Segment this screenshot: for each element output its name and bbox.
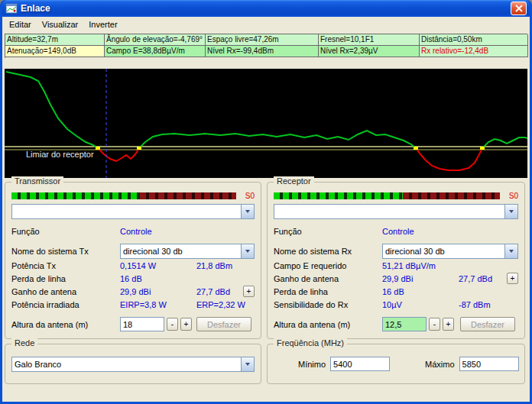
freq-max-input[interactable]: [459, 357, 519, 371]
dropdown-arrow-icon[interactable]: [504, 244, 517, 258]
menu-visualizar[interactable]: Visualizar: [37, 18, 84, 31]
tx-system-value: direcional 30 db: [121, 247, 241, 256]
tx-undo-button[interactable]: Desfazer: [196, 317, 251, 331]
close-button[interactable]: [511, 2, 527, 15]
window-title: Enlace: [21, 3, 50, 14]
info-distance: Distância=0,50km: [420, 34, 528, 46]
rx-antenna-height-input[interactable]: [382, 317, 427, 331]
network-group: Rede Galo Branco: [5, 344, 261, 384]
rx-gain-label: Ganho de antena: [274, 274, 382, 283]
menu-editar[interactable]: Editar: [4, 18, 37, 31]
dropdown-arrow-icon[interactable]: [241, 357, 254, 371]
tx-role-value: Controle: [120, 227, 152, 236]
rx-system-combobox[interactable]: direcional 30 db: [382, 244, 518, 259]
tx-system-combobox[interactable]: direcional 30 db: [120, 244, 255, 259]
menu-inverter[interactable]: Inverter: [83, 18, 122, 31]
rx-required-field-value: 51,21 dBµV/m: [382, 261, 459, 270]
tx-antenna-height-label: Altura da antena (m): [11, 320, 120, 329]
tx-height-plus-button[interactable]: +: [180, 318, 192, 331]
tx-role-label: Função: [11, 227, 120, 236]
tx-radiated-label: Potência irradiada: [11, 300, 120, 309]
rx-gain-plus-button[interactable]: +: [507, 273, 518, 284]
profile-svg: [5, 69, 527, 178]
tx-smeter-label: S0: [242, 192, 255, 200]
rx-system-value: direcional 30 db: [383, 247, 504, 256]
rx-required-field-label: Campo E requerido: [274, 261, 382, 270]
link-info-grid: Altitude=32,7m Ângulo de elevação=-4,769…: [5, 34, 527, 58]
tx-unit-combobox[interactable]: [11, 204, 255, 219]
info-clearance: Espaço livre=47,26m: [206, 34, 319, 46]
tx-gain-dbd: 27,7 dBd: [196, 287, 230, 296]
rx-role-label: Função: [274, 227, 382, 236]
rx-undo-button[interactable]: Desfazer: [460, 317, 515, 331]
rx-line-loss-label: Perda de linha: [274, 287, 382, 296]
tx-line-loss-value: 16 dB: [120, 274, 196, 283]
rx-role-value: Controle: [382, 227, 414, 236]
app-icon: [5, 2, 18, 15]
network-combobox[interactable]: Galo Branco: [11, 357, 255, 372]
rx-smeter-label: S0: [506, 192, 518, 200]
tx-signal-meter: [11, 192, 236, 199]
network-value: Galo Branco: [12, 360, 241, 369]
threshold-label: Limiar do receptor: [26, 150, 94, 159]
info-altitude: Altitude=32,7m: [5, 34, 105, 46]
tx-height-minus-button[interactable]: -: [167, 318, 178, 331]
tx-meter-green: [11, 192, 140, 199]
rx-sensitivity-label: Sensibilidade do Rx: [274, 300, 382, 309]
tx-erp-value: ERP=2,32 W: [196, 300, 245, 309]
rx-gain-dbd: 27,7 dBd: [459, 274, 492, 283]
dropdown-arrow-icon[interactable]: [241, 205, 254, 218]
rx-sensitivity-dbm: -87 dBm: [459, 300, 491, 309]
rx-unit-combobox[interactable]: [274, 204, 518, 219]
info-fresnel: Fresnel=10,1F1: [319, 34, 420, 46]
rx-height-plus-button[interactable]: +: [443, 318, 454, 331]
title-bar[interactable]: Enlace: [2, 0, 530, 17]
tx-line-loss-label: Perda de linha: [11, 274, 120, 283]
close-icon: [515, 5, 523, 12]
frequency-group-title: Freqüência (MHz): [274, 338, 347, 347]
client-area: Editar Visualizar Inverter Altitude=32,7…: [2, 17, 530, 402]
tx-power-watts: 0,1514 W: [120, 261, 196, 270]
info-rx-level-dbm: Nível Rx=-99,4dBm: [206, 46, 319, 57]
info-rx-relative: Rx relativo=-12,4dB: [420, 46, 528, 57]
rx-signal-meter: [274, 192, 500, 199]
rx-sensitivity-uv: 10µV: [382, 300, 459, 309]
tx-power-label: Potência Tx: [11, 261, 120, 270]
dropdown-arrow-icon[interactable]: [241, 244, 254, 258]
rx-meter-green: [274, 192, 403, 199]
rx-height-minus-button[interactable]: -: [429, 318, 440, 331]
tx-eirp-value: EIRP=3,8 W: [120, 300, 196, 309]
info-elevation-angle: Ângulo de elevação=-4,769°: [105, 34, 206, 46]
tx-gain-plus-button[interactable]: +: [243, 286, 255, 297]
tx-antenna-height-input[interactable]: [120, 317, 164, 331]
transmitter-group: Transmissor S0 Função Controle Nome do s…: [5, 182, 261, 339]
signal-profile-chart[interactable]: Limiar do receptor: [5, 69, 527, 178]
freq-max-label: Máximo: [425, 360, 455, 369]
tx-gain-dbi: 29,9 dBi: [120, 287, 196, 296]
rx-meter-red: [403, 192, 500, 199]
info-rx-level-uv: Nível Rx=2,39µV: [319, 46, 420, 57]
rx-line-loss-value: 16 dB: [382, 287, 459, 296]
freq-min-label: Mínimo: [298, 360, 326, 369]
receiver-group: Receptor S0 Função Controle Nome do sist…: [267, 182, 525, 339]
menu-bar: Editar Visualizar Inverter: [2, 17, 530, 32]
freq-min-input[interactable]: [330, 357, 390, 371]
info-attenuation: Atenuação=149,0dB: [5, 46, 105, 57]
rx-antenna-height-label: Altura da antena (m): [274, 320, 382, 329]
dropdown-arrow-icon[interactable]: [504, 205, 517, 218]
frequency-group: Freqüência (MHz) Mínimo Máximo: [267, 344, 525, 384]
tx-gain-label: Ganho de antena: [11, 287, 120, 296]
rx-gain-dbi: 29,9 dBi: [382, 274, 459, 283]
tx-power-dbm: 21,8 dBm: [196, 261, 232, 270]
window: Enlace Editar Visualizar Inverter Altitu…: [0, 0, 532, 404]
rx-system-label: Nome do sistema Rx: [274, 247, 382, 256]
info-field-strength: Campo E=38,8dBµV/m: [105, 46, 206, 57]
tx-system-label: Nome do sistema Tx: [11, 247, 120, 256]
tx-meter-red: [140, 192, 236, 199]
